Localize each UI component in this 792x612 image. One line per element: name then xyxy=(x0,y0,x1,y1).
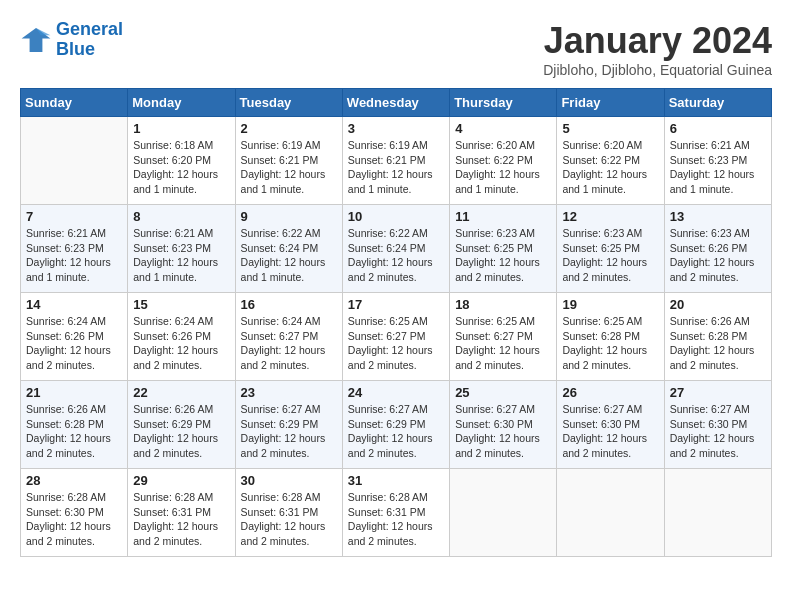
calendar-cell: 7Sunrise: 6:21 AM Sunset: 6:23 PM Daylig… xyxy=(21,205,128,293)
day-info: Sunrise: 6:24 AM Sunset: 6:26 PM Dayligh… xyxy=(133,314,229,373)
day-number: 15 xyxy=(133,297,229,312)
calendar-cell: 6Sunrise: 6:21 AM Sunset: 6:23 PM Daylig… xyxy=(664,117,771,205)
day-number: 1 xyxy=(133,121,229,136)
day-info: Sunrise: 6:26 AM Sunset: 6:29 PM Dayligh… xyxy=(133,402,229,461)
day-number: 2 xyxy=(241,121,337,136)
calendar-cell: 23Sunrise: 6:27 AM Sunset: 6:29 PM Dayli… xyxy=(235,381,342,469)
calendar-week-row: 28Sunrise: 6:28 AM Sunset: 6:30 PM Dayli… xyxy=(21,469,772,557)
day-number: 20 xyxy=(670,297,766,312)
calendar-week-row: 21Sunrise: 6:26 AM Sunset: 6:28 PM Dayli… xyxy=(21,381,772,469)
calendar-cell: 10Sunrise: 6:22 AM Sunset: 6:24 PM Dayli… xyxy=(342,205,449,293)
day-info: Sunrise: 6:24 AM Sunset: 6:26 PM Dayligh… xyxy=(26,314,122,373)
day-info: Sunrise: 6:27 AM Sunset: 6:29 PM Dayligh… xyxy=(241,402,337,461)
calendar-cell: 19Sunrise: 6:25 AM Sunset: 6:28 PM Dayli… xyxy=(557,293,664,381)
day-info: Sunrise: 6:28 AM Sunset: 6:30 PM Dayligh… xyxy=(26,490,122,549)
day-info: Sunrise: 6:26 AM Sunset: 6:28 PM Dayligh… xyxy=(26,402,122,461)
day-info: Sunrise: 6:22 AM Sunset: 6:24 PM Dayligh… xyxy=(348,226,444,285)
day-info: Sunrise: 6:24 AM Sunset: 6:27 PM Dayligh… xyxy=(241,314,337,373)
weekday-header-cell: Monday xyxy=(128,89,235,117)
day-info: Sunrise: 6:19 AM Sunset: 6:21 PM Dayligh… xyxy=(241,138,337,197)
day-info: Sunrise: 6:28 AM Sunset: 6:31 PM Dayligh… xyxy=(241,490,337,549)
calendar-week-row: 1Sunrise: 6:18 AM Sunset: 6:20 PM Daylig… xyxy=(21,117,772,205)
day-number: 17 xyxy=(348,297,444,312)
calendar-week-row: 7Sunrise: 6:21 AM Sunset: 6:23 PM Daylig… xyxy=(21,205,772,293)
day-number: 7 xyxy=(26,209,122,224)
day-info: Sunrise: 6:20 AM Sunset: 6:22 PM Dayligh… xyxy=(455,138,551,197)
calendar-cell xyxy=(21,117,128,205)
day-number: 23 xyxy=(241,385,337,400)
calendar-cell xyxy=(664,469,771,557)
calendar-cell: 25Sunrise: 6:27 AM Sunset: 6:30 PM Dayli… xyxy=(450,381,557,469)
day-number: 16 xyxy=(241,297,337,312)
day-info: Sunrise: 6:26 AM Sunset: 6:28 PM Dayligh… xyxy=(670,314,766,373)
svg-marker-0 xyxy=(22,28,51,52)
day-info: Sunrise: 6:27 AM Sunset: 6:29 PM Dayligh… xyxy=(348,402,444,461)
day-info: Sunrise: 6:23 AM Sunset: 6:26 PM Dayligh… xyxy=(670,226,766,285)
calendar-cell: 30Sunrise: 6:28 AM Sunset: 6:31 PM Dayli… xyxy=(235,469,342,557)
calendar-cell: 12Sunrise: 6:23 AM Sunset: 6:25 PM Dayli… xyxy=(557,205,664,293)
day-number: 14 xyxy=(26,297,122,312)
day-info: Sunrise: 6:20 AM Sunset: 6:22 PM Dayligh… xyxy=(562,138,658,197)
weekday-header-cell: Tuesday xyxy=(235,89,342,117)
calendar-cell: 28Sunrise: 6:28 AM Sunset: 6:30 PM Dayli… xyxy=(21,469,128,557)
day-number: 11 xyxy=(455,209,551,224)
day-number: 13 xyxy=(670,209,766,224)
day-info: Sunrise: 6:23 AM Sunset: 6:25 PM Dayligh… xyxy=(455,226,551,285)
day-number: 3 xyxy=(348,121,444,136)
day-number: 29 xyxy=(133,473,229,488)
calendar-cell: 20Sunrise: 6:26 AM Sunset: 6:28 PM Dayli… xyxy=(664,293,771,381)
calendar-cell: 3Sunrise: 6:19 AM Sunset: 6:21 PM Daylig… xyxy=(342,117,449,205)
day-info: Sunrise: 6:21 AM Sunset: 6:23 PM Dayligh… xyxy=(670,138,766,197)
day-number: 27 xyxy=(670,385,766,400)
day-info: Sunrise: 6:25 AM Sunset: 6:28 PM Dayligh… xyxy=(562,314,658,373)
logo-text: General Blue xyxy=(56,20,123,60)
calendar-cell: 27Sunrise: 6:27 AM Sunset: 6:30 PM Dayli… xyxy=(664,381,771,469)
day-number: 22 xyxy=(133,385,229,400)
day-info: Sunrise: 6:21 AM Sunset: 6:23 PM Dayligh… xyxy=(26,226,122,285)
day-info: Sunrise: 6:18 AM Sunset: 6:20 PM Dayligh… xyxy=(133,138,229,197)
day-info: Sunrise: 6:25 AM Sunset: 6:27 PM Dayligh… xyxy=(348,314,444,373)
day-number: 19 xyxy=(562,297,658,312)
day-number: 12 xyxy=(562,209,658,224)
calendar-cell: 26Sunrise: 6:27 AM Sunset: 6:30 PM Dayli… xyxy=(557,381,664,469)
day-number: 28 xyxy=(26,473,122,488)
day-info: Sunrise: 6:23 AM Sunset: 6:25 PM Dayligh… xyxy=(562,226,658,285)
header: General Blue January 2024 Djibloho, Djib… xyxy=(20,20,772,78)
day-info: Sunrise: 6:22 AM Sunset: 6:24 PM Dayligh… xyxy=(241,226,337,285)
calendar-cell: 1Sunrise: 6:18 AM Sunset: 6:20 PM Daylig… xyxy=(128,117,235,205)
day-number: 30 xyxy=(241,473,337,488)
day-info: Sunrise: 6:28 AM Sunset: 6:31 PM Dayligh… xyxy=(133,490,229,549)
calendar-title: January 2024 xyxy=(543,20,772,62)
day-info: Sunrise: 6:27 AM Sunset: 6:30 PM Dayligh… xyxy=(562,402,658,461)
calendar-cell: 21Sunrise: 6:26 AM Sunset: 6:28 PM Dayli… xyxy=(21,381,128,469)
calendar-cell: 8Sunrise: 6:21 AM Sunset: 6:23 PM Daylig… xyxy=(128,205,235,293)
day-info: Sunrise: 6:19 AM Sunset: 6:21 PM Dayligh… xyxy=(348,138,444,197)
day-number: 26 xyxy=(562,385,658,400)
day-info: Sunrise: 6:25 AM Sunset: 6:27 PM Dayligh… xyxy=(455,314,551,373)
day-info: Sunrise: 6:27 AM Sunset: 6:30 PM Dayligh… xyxy=(670,402,766,461)
calendar-cell: 16Sunrise: 6:24 AM Sunset: 6:27 PM Dayli… xyxy=(235,293,342,381)
calendar-cell: 2Sunrise: 6:19 AM Sunset: 6:21 PM Daylig… xyxy=(235,117,342,205)
day-number: 18 xyxy=(455,297,551,312)
weekday-header-cell: Thursday xyxy=(450,89,557,117)
day-info: Sunrise: 6:21 AM Sunset: 6:23 PM Dayligh… xyxy=(133,226,229,285)
weekday-header-cell: Saturday xyxy=(664,89,771,117)
day-number: 5 xyxy=(562,121,658,136)
day-number: 24 xyxy=(348,385,444,400)
calendar-cell: 14Sunrise: 6:24 AM Sunset: 6:26 PM Dayli… xyxy=(21,293,128,381)
calendar-cell: 11Sunrise: 6:23 AM Sunset: 6:25 PM Dayli… xyxy=(450,205,557,293)
weekday-header-cell: Friday xyxy=(557,89,664,117)
title-area: January 2024 Djibloho, Djibloho, Equator… xyxy=(543,20,772,78)
calendar-body: 1Sunrise: 6:18 AM Sunset: 6:20 PM Daylig… xyxy=(21,117,772,557)
calendar-cell: 29Sunrise: 6:28 AM Sunset: 6:31 PM Dayli… xyxy=(128,469,235,557)
calendar-cell: 9Sunrise: 6:22 AM Sunset: 6:24 PM Daylig… xyxy=(235,205,342,293)
calendar-cell: 22Sunrise: 6:26 AM Sunset: 6:29 PM Dayli… xyxy=(128,381,235,469)
calendar-cell: 31Sunrise: 6:28 AM Sunset: 6:31 PM Dayli… xyxy=(342,469,449,557)
calendar-subtitle: Djibloho, Djibloho, Equatorial Guinea xyxy=(543,62,772,78)
calendar-cell: 13Sunrise: 6:23 AM Sunset: 6:26 PM Dayli… xyxy=(664,205,771,293)
calendar-cell: 15Sunrise: 6:24 AM Sunset: 6:26 PM Dayli… xyxy=(128,293,235,381)
calendar-cell: 18Sunrise: 6:25 AM Sunset: 6:27 PM Dayli… xyxy=(450,293,557,381)
calendar-cell: 4Sunrise: 6:20 AM Sunset: 6:22 PM Daylig… xyxy=(450,117,557,205)
day-number: 25 xyxy=(455,385,551,400)
day-number: 8 xyxy=(133,209,229,224)
